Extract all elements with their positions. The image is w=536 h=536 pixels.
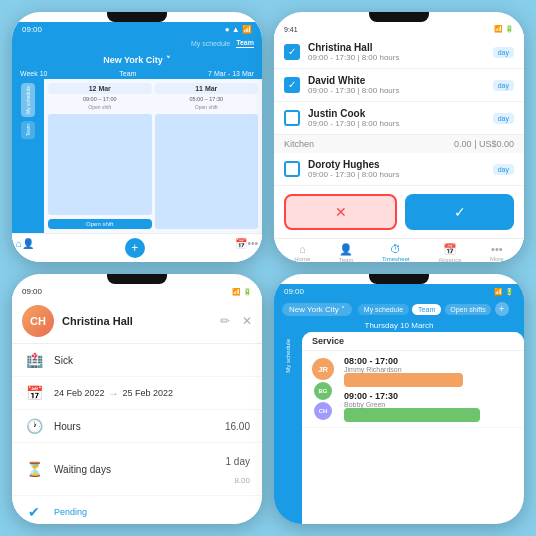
bottom-nav-2: ⌂ Home 👤 Team ⏱ Timesheet 📅 Absence ••• … [274, 238, 524, 262]
date-bar: Thursday 10 March [274, 319, 524, 332]
open-shifts-label: Open shifts [450, 306, 485, 313]
calendar-icon: 📅 [24, 385, 44, 401]
person-name-david: David White [308, 75, 485, 86]
shift-time-2: 09:00 - 17:30 [344, 391, 514, 401]
service-header: Service [302, 332, 524, 351]
left-tab-my-schedule[interactable]: My schedule [283, 336, 293, 376]
status-time-3: 09:00 [22, 287, 42, 296]
week-label: Week 10 [20, 70, 48, 77]
plus-button[interactable]: + [495, 302, 509, 316]
day-badge-christina: day [493, 47, 514, 58]
date-label: Thursday 10 March [365, 321, 434, 330]
waiting-icon: ⏳ [24, 461, 44, 477]
date-from: 24 Feb 2022 [54, 388, 105, 398]
tab-my-schedule[interactable]: My schedule [191, 40, 230, 47]
avatar-ch: CH [314, 402, 332, 420]
person-info-justin: Justin Cook 09:00 - 17:30 | 8:00 hours [308, 108, 485, 128]
checkbox-justin[interactable] [284, 110, 300, 126]
status-time: 09:00 [22, 25, 42, 34]
nav-more-2[interactable]: ••• More [490, 243, 504, 262]
phone-schedule: 09:00 ● ▲ 📶 My schedule Team New York Ci… [12, 12, 262, 262]
person-time-justin: 09:00 - 17:30 | 8:00 hours [308, 119, 485, 128]
day-status-2: Open shift [155, 104, 259, 110]
hours-icon: 🕐 [24, 418, 44, 434]
shift-bar-1 [344, 373, 463, 387]
nav-team-2[interactable]: 👤 Team [339, 243, 354, 262]
shift-person-2: Bobby Green [344, 401, 514, 408]
status-bar-2: 9:41 📶 🔋 [274, 22, 524, 36]
avatar-group: JR BG CH [312, 358, 334, 420]
top-bar: My schedule Team [12, 37, 262, 52]
open-shift-btn-1[interactable]: Open shift [48, 219, 152, 229]
confirm-button[interactable]: ✓ [405, 194, 514, 230]
check-icon-david: ✓ [288, 80, 296, 90]
shift-block-1 [48, 114, 152, 215]
cancel-icon: ✕ [335, 204, 347, 220]
phone-notch [107, 12, 167, 22]
day-time-2: 05:00 – 17:30 [155, 96, 259, 102]
person-time-david: 09:00 - 17:30 | 8:00 hours [308, 86, 485, 95]
shift-person-1: Jimmy Richardson [344, 366, 514, 373]
waiting-label: Waiting days [54, 464, 216, 475]
tab-team[interactable]: Team [236, 39, 254, 48]
phone-notch-3 [107, 274, 167, 284]
open-shifts-button[interactable]: Open shifts [445, 304, 490, 315]
nav-more-icon[interactable]: ••• [247, 238, 258, 258]
date-to: 25 Feb 2022 [123, 388, 174, 398]
dates-label: 7 Mar - 13 Mar [208, 70, 254, 77]
list-item-justin[interactable]: Justin Cook 09:00 - 17:30 | 8:00 hours d… [274, 102, 524, 135]
nav-home-2[interactable]: ⌂ Home [294, 243, 310, 262]
pending-label: Pending [54, 507, 250, 517]
nav-absence-2[interactable]: 📅 Absence [438, 243, 461, 262]
avatar-bg: BG [314, 382, 332, 400]
checkbox-david[interactable]: ✓ [284, 77, 300, 93]
close-icon[interactable]: ✕ [242, 314, 252, 328]
nav-timesheet-2[interactable]: ⏱ Timesheet [382, 243, 410, 262]
day-badge-david: day [493, 80, 514, 91]
action-row: ✕ ✓ [274, 186, 524, 238]
confirm-icon: ✓ [454, 204, 466, 220]
sidebar-tab-1[interactable]: My schedule [21, 83, 35, 117]
arrow-icon: → [109, 388, 119, 399]
list-item-christina[interactable]: ✓ Christina Hall 09:00 - 17:30 | 8:00 ho… [274, 36, 524, 69]
location-chevron-4: ˅ [341, 305, 345, 314]
location-chevron: ˅ [166, 55, 171, 65]
add-button[interactable]: + [125, 238, 145, 258]
list-item-david[interactable]: ✓ David White 09:00 - 17:30 | 8:00 hours… [274, 69, 524, 102]
list-item-doroty[interactable]: Doroty Hughes 09:00 - 17:30 | 8:00 hours… [274, 153, 524, 186]
cancel-button[interactable]: ✕ [284, 194, 397, 230]
phone-absence: 09:00 📶 🔋 CH Christina Hall ✏ ✕ 🏥 Sick 📅… [12, 274, 262, 524]
nav-abs-icon[interactable]: 📅 [235, 238, 247, 258]
checkbox-christina[interactable]: ✓ [284, 44, 300, 60]
header-row: CH Christina Hall ✏ ✕ [12, 299, 262, 344]
date-range: 24 Feb 2022 → 25 Feb 2022 [54, 388, 173, 399]
location-pill[interactable]: New York City ˅ [282, 303, 352, 316]
phone-team-list: 9:41 📶 🔋 ✓ Christina Hall 09:00 - 17:30 … [274, 12, 524, 262]
team-label: Team [119, 70, 136, 77]
detail-hours: 🕐 Hours 16.00 [12, 410, 262, 443]
week-bar: Week 10 Team 7 Mar - 13 Mar [12, 68, 262, 79]
sick-label: Sick [54, 355, 250, 366]
days-area: 12 Mar 09:00 – 17:00 Open shift Open shi… [44, 79, 262, 233]
location-bar[interactable]: New York City ˅ [12, 52, 262, 68]
pill-my-schedule[interactable]: My schedule [358, 304, 409, 315]
section-kitchen-label: Kitchen [284, 139, 314, 149]
sidebar-tab-2[interactable]: Team [21, 121, 35, 139]
shifts-list: 08:00 - 17:00 Jimmy Richardson 09:00 - 1… [344, 356, 514, 422]
checkbox-doroty[interactable] [284, 161, 300, 177]
bottom-nav: ⌂ 👤 + 📅 ••• [12, 233, 262, 262]
waiting-value: 1 day [226, 456, 250, 467]
pill-team[interactable]: Team [412, 304, 441, 315]
nav-timesheet-icon-2: ⏱ [390, 243, 401, 255]
person-initials: CH [30, 315, 46, 327]
service-label: Service [312, 336, 344, 346]
shift-entry-1: 08:00 - 17:00 Jimmy Richardson [344, 356, 514, 387]
nav-team-icon[interactable]: 👤 [22, 238, 34, 258]
section-kitchen-header: Kitchen 0.00 | US$0.00 [274, 135, 524, 153]
hours-label: Hours [54, 421, 215, 432]
edit-icon[interactable]: ✏ [220, 314, 230, 328]
status-icons: ● ▲ 📶 [225, 25, 252, 34]
tab-pills: My schedule Team [358, 304, 441, 315]
person-name-justin: Justin Cook [308, 108, 485, 119]
nav-home-icon-2: ⌂ [299, 243, 306, 255]
